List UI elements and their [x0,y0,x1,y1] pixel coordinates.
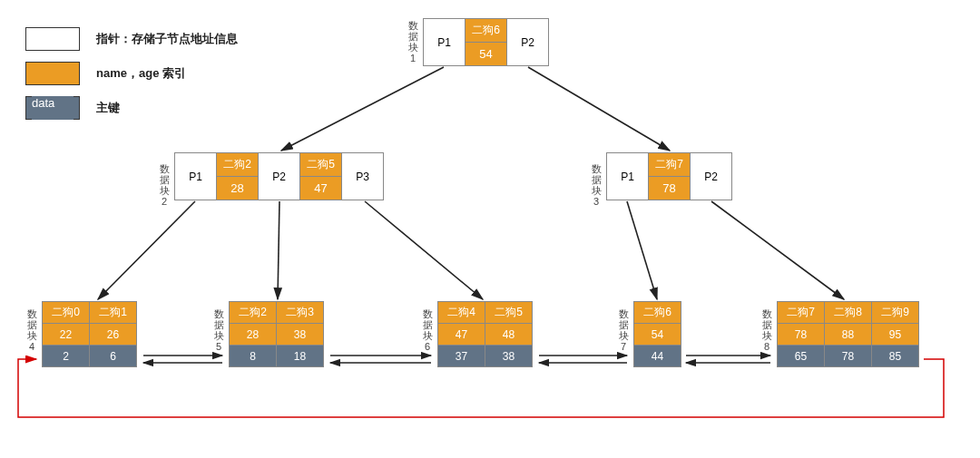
legend-text-pointer: 指针：存储子节点地址信息 [96,31,238,47]
n3-key-age: 78 [649,177,691,200]
block-label-7: 数据块7 [617,308,630,352]
leaf6-n1-name: 二狗5 [485,302,533,324]
leaf6-n0-name: 二狗4 [438,302,485,324]
svg-line-3 [278,201,279,299]
legend: 指针：存储子节点地址信息 name，age 索引 data 主键 [25,27,238,131]
svg-line-0 [281,67,444,151]
legend-swatch-orange [25,62,80,85]
n2-key2-age: 47 [300,177,342,200]
block-label-3: 数据块3 [590,163,603,207]
n2-p3: P3 [342,153,384,200]
leaf-7: 二狗6 54 44 [633,301,681,367]
n2-key2-name: 二狗5 [300,153,342,177]
leaf4-n1-age: 26 [90,324,137,346]
svg-line-2 [98,201,195,299]
leaf5-n0-age: 28 [230,324,277,346]
node-root: P1 二狗6 P2 54 [423,18,549,66]
leaf4-n1-pk: 6 [90,346,137,367]
leaf5-n1-age: 38 [277,324,324,346]
leaf7-n0-pk: 44 [634,346,681,367]
leaf6-n0-pk: 37 [438,346,485,367]
svg-line-5 [627,201,657,299]
legend-row-pointer: 指针：存储子节点地址信息 [25,27,238,51]
block-label-8: 数据块8 [760,308,773,352]
block-label-6: 数据块6 [421,308,434,352]
leaf8-n0-name: 二狗7 [778,302,825,324]
leaf4-n0-age: 22 [43,324,90,346]
leaf6-n1-age: 48 [485,324,533,346]
legend-data-text: data [32,96,74,120]
leaf-8: 二狗7二狗8二狗9 788895 657885 [777,301,919,367]
diagram-canvas: { "legend": { "pointer": "指针：存储子节点地址信息",… [0,0,980,458]
leaf7-n0-name: 二狗6 [634,302,681,324]
leaf5-n0-name: 二狗2 [230,302,277,324]
n2-key1-age: 28 [217,177,259,200]
root-key-age: 54 [466,43,507,66]
leaf-6: 二狗4二狗5 4748 3738 [437,301,533,367]
leaf8-n0-age: 78 [778,324,825,346]
leaf8-n1-name: 二狗8 [825,302,872,324]
block-label-2: 数据块2 [158,163,171,207]
leaf8-n1-pk: 78 [825,346,872,367]
n3-key-name: 二狗7 [649,153,691,177]
leaf5-n0-pk: 8 [230,346,277,367]
leaf5-n1-pk: 18 [277,346,324,367]
node-mid-right: P1 二狗7 P2 78 [606,152,732,200]
legend-swatch-gray: data [25,96,80,120]
n2-key1-name: 二狗2 [217,153,259,177]
node-mid-left: P1 二狗2 P2 二狗5 P3 28 47 [174,152,384,200]
legend-swatch-white [25,27,80,51]
legend-row-index: name，age 索引 [25,62,238,85]
leaf8-n2-age: 95 [872,324,919,346]
leaf4-n0-pk: 2 [43,346,90,367]
leaf7-n0-age: 54 [634,324,681,346]
n2-p1: P1 [175,153,217,200]
n3-p1: P1 [607,153,649,200]
leaf4-n1-name: 二狗1 [90,302,137,324]
leaf8-n0-pk: 65 [778,346,825,367]
leaf6-n1-pk: 38 [485,346,533,367]
leaf-4: 二狗0二狗1 2226 26 [42,301,137,367]
leaf8-n2-pk: 85 [872,346,919,367]
root-key-name: 二狗6 [466,19,507,43]
svg-line-4 [365,201,483,299]
n3-p2: P2 [691,153,732,200]
leaf8-n1-age: 88 [825,324,872,346]
root-p2: P2 [507,19,549,66]
block-label-4: 数据块4 [25,308,38,352]
legend-text-index: name，age 索引 [96,65,186,82]
block-label-5: 数据块5 [212,308,225,352]
block-label-1: 数据块1 [407,20,419,63]
legend-text-primary: 主键 [96,100,120,116]
leaf-5: 二狗2二狗3 2838 818 [229,301,324,367]
svg-line-6 [711,201,844,299]
leaf6-n0-age: 47 [438,324,485,346]
n2-p2: P2 [259,153,300,200]
legend-row-data: data 主键 [25,96,238,120]
leaf8-n2-name: 二狗9 [872,302,919,324]
svg-line-1 [528,67,670,151]
root-p1: P1 [424,19,466,66]
leaf4-n0-name: 二狗0 [43,302,90,324]
leaf5-n1-name: 二狗3 [277,302,324,324]
